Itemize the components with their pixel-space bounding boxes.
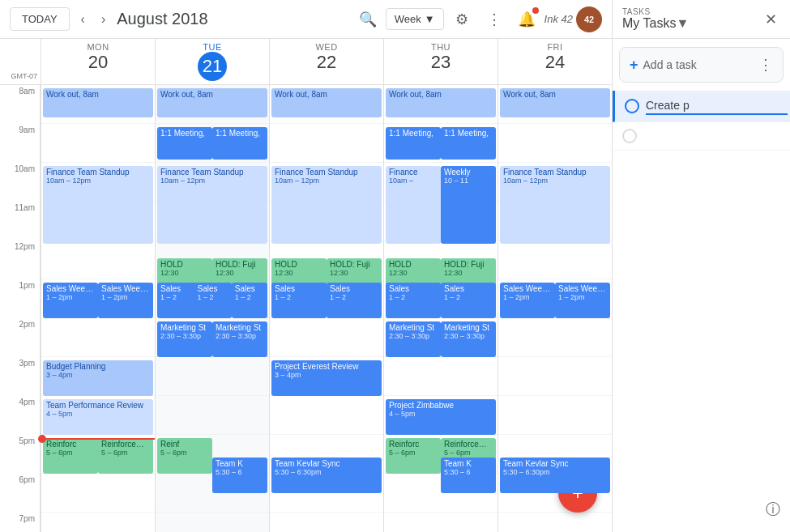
event-sales2-mon[interactable]: Sales Weekly 1 – 2pm <box>98 283 153 318</box>
event-budget-mon[interactable]: Budget Planning 3 – 4pm <box>43 360 153 396</box>
task-check-2[interactable] <box>622 129 637 143</box>
grid-button[interactable]: ⋮ <box>480 5 509 34</box>
prev-button[interactable]: ‹ <box>76 9 90 30</box>
chevron-down-icon: ▼ <box>425 13 435 25</box>
event-workout-tue[interactable]: Work out, 8am <box>157 88 267 117</box>
event-sales2-tue[interactable]: Sales 1 – 2 <box>194 283 232 318</box>
event-reinf1-thu[interactable]: Reinforc 5 – 6pm <box>386 438 441 474</box>
event-everest-wed[interactable]: Project Everest Review 3 – 4pm <box>271 360 382 396</box>
event-kevlar-thu[interactable]: Team K 5:30 – 6 <box>441 458 496 493</box>
event-mktg1-thu[interactable]: Marketing St 2:30 – 3:30p <box>386 321 441 357</box>
task-item-1: ✎ <box>613 91 790 122</box>
event-workout-fri[interactable]: Work out, 8am <box>500 88 610 117</box>
day-col-header-mon: Mon 20 <box>41 39 155 84</box>
event-finance-fri[interactable]: Finance Team Standup 10am – 12pm <box>500 166 610 244</box>
event-tpr-mon[interactable]: Team Performance Review 4 – 5pm <box>43 399 153 435</box>
event-sales1-fri[interactable]: Sales Weekly 1 – 2pm <box>500 283 555 318</box>
add-task-icon: + <box>630 57 638 74</box>
day-header-row: GMT-07 Mon 20 Tue 21 Wed 22 Thu 23 Fri 2… <box>0 39 612 85</box>
event-sales1-wed[interactable]: Sales 1 – 2 <box>271 283 327 318</box>
avatar[interactable]: 42 <box>576 6 602 32</box>
event-11mtg1-thu[interactable]: 1:1 Meeting, <box>386 127 441 160</box>
event-11mtg1-tue[interactable]: 1:1 Meeting, <box>157 127 212 160</box>
time-column: 8am 9am 10am 11am 12pm 1pm 2pm 3pm 4pm 5… <box>0 85 41 532</box>
event-reinf1-mon[interactable]: Reinforc 5 – 6pm <box>43 438 98 474</box>
notification-dot <box>532 7 539 14</box>
tasks-header: TASKS My Tasks ▼ ✕ <box>613 0 790 39</box>
event-sales3-tue[interactable]: Sales 1 – 2 <box>232 283 267 318</box>
event-mktg2-thu[interactable]: Marketing St 2:30 – 3:30p <box>441 321 496 357</box>
day-col-thu: Work out, 8am 1:1 Meeting, 1:1 Meeting, … <box>383 85 497 532</box>
event-kevlar-tue[interactable]: Team K 5:30 – 6 <box>212 458 267 493</box>
event-zimbabwe-thu[interactable]: Project Zimbabwe 4 – 5pm <box>386 399 496 435</box>
event-sales1-thu[interactable]: Sales 1 – 2 <box>386 283 441 318</box>
day-col-header-fri: Fri 24 <box>497 39 612 84</box>
days-grid: Work out, 8am Finance Team Standup 10am … <box>41 85 612 532</box>
event-finance-thu[interactable]: Finance 10am – <box>386 166 441 244</box>
event-mktg2-tue[interactable]: Marketing St 2:30 – 3:30p <box>212 321 267 357</box>
day-col-fri: Work out, 8am Finance Team Standup 10am … <box>497 85 612 532</box>
day-col-wed: Work out, 8am Finance Team Standup 10am … <box>269 85 383 532</box>
event-finweekly-thu[interactable]: Weekly 10 – 11 <box>441 166 496 244</box>
day-col-mon: Work out, 8am Finance Team Standup 10am … <box>41 85 155 532</box>
calendar-scroll[interactable]: 8am 9am 10am 11am 12pm 1pm 2pm 3pm 4pm 5… <box>0 85 612 532</box>
event-sales2-thu[interactable]: Sales 1 – 2 <box>441 283 496 318</box>
tasks-label: TASKS <box>622 7 762 16</box>
tasks-chevron-icon[interactable]: ▼ <box>676 16 689 31</box>
add-task-label: Add a task <box>643 58 754 71</box>
event-finance-mon[interactable]: Finance Team Standup 10am – 12pm <box>43 166 153 244</box>
view-label: Week <box>395 13 421 25</box>
task-item-2 <box>613 122 790 151</box>
event-finance-wed[interactable]: Finance Team Standup 10am – 12pm <box>271 166 382 244</box>
event-workout-mon[interactable]: Work out, 8am <box>43 88 153 117</box>
day-col-header-thu: Thu 23 <box>383 39 497 84</box>
settings-button[interactable]: ⚙ <box>447 5 476 34</box>
task-list: ✎ <box>613 91 790 500</box>
tasks-title: My Tasks <box>622 16 676 31</box>
event-sales2-fri[interactable]: Sales Weekly 1 – 2pm <box>555 283 610 318</box>
search-button[interactable]: 🔍 <box>353 5 382 34</box>
event-kevlar-wed[interactable]: Team Kevlar Sync 5:30 – 6:30pm <box>271 458 382 493</box>
add-task-bar[interactable]: + Add a task ⋮ <box>619 47 784 83</box>
event-sales1-mon[interactable]: Sales Weekly 1 – 2pm <box>43 283 98 318</box>
add-task-more-icon[interactable]: ⋮ <box>758 56 773 74</box>
event-reinf2-mon[interactable]: Reinforcement 5 – 6pm <box>98 438 153 474</box>
event-11mtg2-tue[interactable]: 1:1 Meeting, <box>212 127 267 160</box>
today-button[interactable]: TODAY <box>10 7 70 31</box>
task-input-1[interactable] <box>646 97 788 115</box>
event-sales2-wed[interactable]: Sales 1 – 2 <box>327 283 382 318</box>
current-time-line <box>41 438 155 440</box>
tasks-close-button[interactable]: ✕ <box>762 7 780 32</box>
event-workout-thu[interactable]: Work out, 8am <box>386 88 496 117</box>
app-name: Ink 42 <box>544 13 573 25</box>
day-col-tue: Work out, 8am 1:1 Meeting, 1:1 Meeting, … <box>155 85 269 532</box>
event-workout-wed[interactable]: Work out, 8am <box>271 88 382 117</box>
task-check-1[interactable] <box>625 99 639 113</box>
next-button[interactable]: › <box>96 9 110 30</box>
event-11mtg2-thu[interactable]: 1:1 Meeting, <box>441 127 496 160</box>
view-selector[interactable]: Week ▼ <box>386 8 444 30</box>
event-kevlar-fri[interactable]: Team Kevlar Sync 5:30 – 6:30pm <box>500 458 610 493</box>
month-title: August 2018 <box>117 10 346 28</box>
event-reinf1-tue[interactable]: Reinf 5 – 6pm <box>157 438 212 474</box>
event-finance-tue[interactable]: Finance Team Standup 10am – 12pm <box>157 166 267 244</box>
day-col-header-wed: Wed 22 <box>269 39 383 84</box>
info-icon[interactable]: ⓘ <box>766 500 780 519</box>
event-mktg1-tue[interactable]: Marketing St 2:30 – 3:30p <box>157 321 212 357</box>
day-col-header-tue: Tue 21 <box>155 39 269 84</box>
gmt-label: GMT-07 <box>0 39 41 84</box>
tasks-panel: TASKS My Tasks ▼ ✕ + Add a task ⋮ ✎ ⓘ <box>612 0 790 532</box>
